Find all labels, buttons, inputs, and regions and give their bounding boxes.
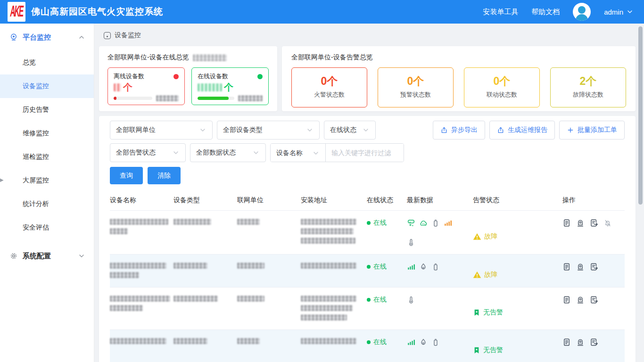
log-icon[interactable]	[562, 296, 571, 304]
query-button[interactable]: 查询	[110, 167, 143, 184]
cell-network-unit	[237, 263, 301, 287]
table-header: 设备名称 设备类型 联网单位 安装地址 在线状态 最新数据 告警状态 操作	[110, 190, 625, 211]
unit-filter-select[interactable]: 全部联网单位	[110, 121, 213, 140]
help-doc-link[interactable]: 帮助文档	[531, 8, 560, 16]
col-device-type: 设备类型	[173, 196, 237, 205]
fault-label: 故障状态数	[573, 90, 603, 99]
online-dot	[367, 298, 371, 302]
cell-online-status: 在线	[367, 338, 407, 362]
online-status-text: 在线	[373, 338, 387, 346]
camera-icon[interactable]	[576, 338, 585, 346]
sidebar-group-platform-monitor[interactable]: 平台监控	[0, 24, 94, 51]
linkage-label: 联动状态数	[487, 90, 517, 99]
camera-icon[interactable]	[576, 219, 585, 227]
fire-alarm-label: 火警状态数	[314, 90, 345, 99]
scrollbar-thumb[interactable]	[638, 26, 643, 205]
col-operations: 操作	[562, 196, 625, 205]
unit: 个	[499, 75, 510, 87]
table-row[interactable]: 在线 故障	[110, 211, 625, 255]
log-icon[interactable]	[562, 263, 571, 271]
workorder-icon[interactable]	[590, 296, 598, 304]
install-tool-link[interactable]: 安装单工具	[483, 8, 518, 16]
user-menu[interactable]: admin	[604, 8, 634, 16]
async-export-button[interactable]: 异步导出	[433, 121, 485, 140]
sidebar-group-system-config[interactable]: 系统配置	[0, 242, 94, 270]
sidebar-item-device-monitor[interactable]: 设备监控	[0, 74, 94, 98]
cell-install-address	[301, 338, 367, 362]
clear-button[interactable]: 清除	[148, 167, 181, 184]
redacted-count	[114, 83, 121, 91]
camera-icon[interactable]	[576, 263, 585, 271]
alarm-status-select[interactable]: 全部告警状态	[110, 143, 186, 162]
fault-alarm-card: 2个 故障状态数	[550, 67, 626, 107]
battery-icon[interactable]	[431, 263, 440, 271]
chevron-down-icon	[172, 149, 180, 156]
cell-device-type	[173, 296, 237, 329]
battery-icon[interactable]	[431, 338, 440, 346]
main-content: 设备监控 全部联网单位-设备在线总览 离线设备数 个	[94, 24, 644, 362]
breadcrumb-icon	[104, 32, 111, 39]
thermometer-icon[interactable]	[407, 296, 415, 304]
col-alarm-status: 告警状态	[473, 196, 562, 205]
data-status-select[interactable]: 全部数据状态	[190, 143, 266, 162]
workorder-icon[interactable]	[590, 338, 598, 346]
bookmark-icon	[473, 346, 480, 354]
chevron-down-icon	[78, 252, 85, 260]
signal-icon[interactable]	[407, 338, 415, 346]
sidebar-item-repair-monitor[interactable]: 维修监控	[0, 122, 94, 145]
log-icon[interactable]	[562, 219, 571, 227]
sidebar-item-inspection-monitor[interactable]: 巡检监控	[0, 145, 94, 169]
generate-ops-report-button[interactable]: 生成运维报告	[489, 121, 555, 140]
signal-icon[interactable]	[407, 263, 415, 271]
user-avatar[interactable]	[573, 3, 591, 21]
batch-add-workorder-button[interactable]: 批量添加工单	[559, 121, 625, 140]
warning-triangle-icon	[473, 271, 481, 279]
redacted-text	[193, 54, 227, 61]
sidebar-item-bigscreen-monitor[interactable]: 大屏监控	[0, 169, 94, 192]
thermometer-icon[interactable]	[407, 238, 415, 247]
sidebar-item-label: 设备监控	[23, 82, 49, 90]
humidity-icon[interactable]	[419, 338, 428, 346]
select-value: 全部联网单位	[116, 126, 156, 134]
keyword-input[interactable]	[326, 144, 404, 162]
sidebar-item-safety-assessment[interactable]: 安全评估	[0, 216, 94, 239]
sidebar-item-overview[interactable]: 总览	[0, 51, 94, 74]
sidebar-item-history-alarm[interactable]: 历史告警	[0, 98, 94, 122]
bell-muted-icon[interactable]	[603, 219, 612, 227]
online-status-select[interactable]: 在线状态	[324, 121, 376, 140]
page-title: 设备监控	[115, 31, 141, 40]
linkage-alarm-card: 0个 联动状态数	[464, 67, 540, 107]
cell-alarm-status: 无告警	[473, 338, 562, 362]
workorder-icon[interactable]	[590, 219, 598, 227]
select-value: 设备名称	[276, 149, 303, 157]
sidebar-item-label: 历史告警	[23, 106, 49, 114]
sensor-icon[interactable]	[407, 219, 415, 227]
keyword-search-combo: 设备名称	[270, 143, 404, 162]
export-icon	[497, 126, 504, 134]
pre-alarm-card: 0个 预警状态数	[378, 67, 454, 107]
battery-icon[interactable]	[431, 219, 440, 227]
device-type-select[interactable]: 全部设备类型	[217, 121, 320, 140]
table-row[interactable]: 在线 无告警	[110, 288, 625, 330]
humidity-icon[interactable]	[419, 263, 428, 271]
cell-network-unit	[237, 219, 301, 254]
cloud-icon[interactable]	[419, 219, 428, 227]
table-row[interactable]: 在线 故障	[110, 255, 625, 288]
log-icon[interactable]	[562, 338, 571, 346]
logo-text: AKE	[10, 3, 23, 21]
cell-latest-data	[407, 263, 459, 287]
alarm-status-text: 故障	[484, 232, 497, 241]
col-device-name: 设备名称	[110, 196, 173, 205]
camera-icon[interactable]	[576, 296, 585, 304]
monitor-icon	[9, 33, 18, 41]
offline-device-label: 离线设备数	[114, 72, 144, 81]
device-table-panel: 全部联网单位 全部设备类型 在线状态 异步导出 生成运维报告	[99, 116, 636, 362]
unit: 个	[586, 75, 596, 87]
signal-icon[interactable]	[444, 219, 452, 227]
search-field-select[interactable]: 设备名称	[271, 144, 326, 162]
pre-alarm-label: 预警状态数	[400, 90, 431, 99]
sidebar-item-statistics[interactable]: 统计分析	[0, 192, 94, 216]
table-row[interactable]: 在线 无告警	[110, 330, 625, 362]
workorder-icon[interactable]	[590, 263, 598, 271]
sidebar-collapse-handle[interactable]: ▶	[0, 176, 4, 184]
